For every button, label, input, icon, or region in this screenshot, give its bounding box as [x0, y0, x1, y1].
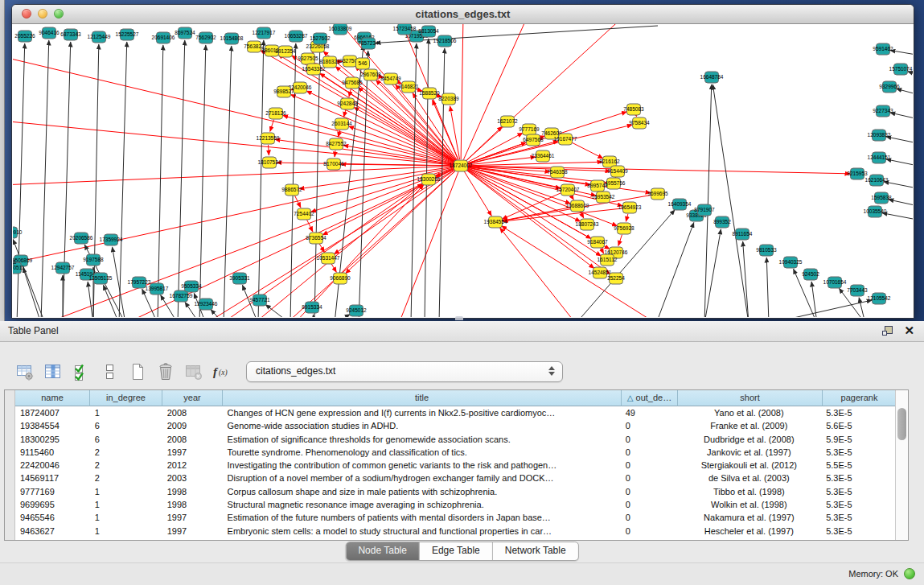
graph-node[interactable]: 10701654	[823, 277, 847, 288]
selected-node[interactable]: 18807243	[576, 219, 599, 230]
cell-out_de[interactable]: 49	[621, 406, 677, 419]
selected-node[interactable]: 9756928	[614, 223, 634, 234]
tab-edge-table[interactable]: Edge Table	[420, 542, 493, 560]
cell-year[interactable]: 1998	[162, 498, 223, 511]
graph-node[interactable]: 25260910	[13, 227, 23, 238]
table-row[interactable]: 977716911998Corpus callosum shape and si…	[15, 485, 895, 498]
cell-name[interactable]: 18300295	[15, 433, 90, 446]
graph-node[interactable]: 2055226	[14, 31, 35, 42]
cell-pagerank[interactable]: 5.3E-5	[821, 406, 895, 419]
selected-node[interactable]: 8736554	[306, 233, 326, 244]
table-row[interactable]: 1830029562008Estimation of significance …	[15, 433, 895, 446]
cell-name[interactable]: 9463627	[15, 525, 90, 538]
graph-node[interactable]: 6873343	[60, 29, 81, 40]
selected-node[interactable]: 8427552	[326, 138, 347, 150]
graph-node[interactable]: 1595838	[871, 192, 892, 204]
graph-node[interactable]: 9227343	[873, 105, 893, 117]
column-header-pagerank[interactable]: pagerank	[823, 390, 897, 406]
cell-in_degree[interactable]: 2	[90, 459, 162, 472]
cell-out_de[interactable]: 0	[621, 498, 677, 511]
graph-node[interactable]: 12093832	[868, 130, 891, 141]
selected-node[interactable]: 19384554	[484, 216, 507, 228]
selected-node[interactable]: 8220389	[438, 93, 459, 105]
graph-node[interactable]: 13505135	[89, 273, 113, 284]
cell-name[interactable]: 22420046	[15, 459, 90, 472]
graph-node[interactable]: 9245012	[346, 305, 367, 316]
cell-out_de[interactable]: 0	[621, 525, 677, 538]
graph-node[interactable]: 9810533	[756, 245, 777, 256]
scrollbar-thumb[interactable]	[897, 408, 906, 440]
cell-name[interactable]: 9465546	[15, 511, 90, 524]
table-row[interactable]: 969969511998Structural magnetic resonanc…	[15, 498, 895, 511]
graph-node[interactable]: 9457721	[249, 295, 270, 306]
cell-short[interactable]: Dudbridge et al. (2008)	[677, 433, 822, 446]
cell-pagerank[interactable]: 5.9E-5	[821, 433, 895, 446]
graph-node[interactable]: 15225527	[116, 29, 139, 40]
cell-short[interactable]: Franke et al. (2009)	[677, 419, 822, 432]
selected-node[interactable]: 7485083	[623, 104, 644, 115]
cell-year[interactable]: 2008	[162, 406, 223, 419]
graph-node[interactable]: 13995817	[146, 283, 169, 295]
cell-pagerank[interactable]: 5.3E-5	[821, 498, 895, 511]
selected-node[interactable]: 7546358	[547, 167, 568, 178]
selected-node[interactable]: 546	[356, 58, 370, 69]
graph-node[interactable]: 7857234	[358, 38, 379, 49]
clear-selection-icon[interactable]	[99, 361, 120, 382]
cell-year[interactable]: 1997	[162, 511, 223, 524]
selected-node[interactable]: 12213559	[257, 133, 280, 144]
table-scrollbar[interactable]	[895, 390, 908, 540]
table-selector-dropdown[interactable]: citations_edges.txt	[246, 361, 563, 382]
cell-out_de[interactable]: 0	[621, 446, 677, 459]
selected-node[interactable]: 16953542	[592, 192, 615, 203]
cell-year[interactable]: 2009	[162, 419, 223, 432]
selected-node[interactable]: 1588520	[419, 88, 440, 99]
cell-out_de[interactable]: 0	[621, 419, 677, 432]
selected-node[interactable]: 18300295	[417, 174, 441, 185]
selected-node[interactable]: 9475685	[342, 77, 363, 89]
column-header-out_de[interactable]: △out_de…	[622, 390, 678, 406]
graph-node[interactable]: 8791907	[694, 204, 715, 216]
graph-node[interactable]: 3905331	[229, 273, 250, 284]
graph-node[interactable]: 20206586	[70, 233, 93, 244]
window-titlebar[interactable]: citations_edges.txt	[12, 5, 914, 24]
graph-node[interactable]: 16409354	[668, 199, 692, 210]
cell-out_de[interactable]: 0	[621, 472, 677, 484]
graph-node[interactable]: 16648784	[700, 72, 724, 83]
graph-node[interactable]: 8813054	[418, 26, 439, 37]
cell-short[interactable]: Wolkin et al. (1998)	[677, 498, 822, 511]
cell-title[interactable]: Structural magnetic resonance image aver…	[223, 498, 621, 511]
cell-short[interactable]: Stergiakouli et al. (2012)	[677, 459, 822, 472]
selected-node[interactable]: 9758434	[629, 117, 650, 129]
selected-node[interactable]: 16543382	[302, 64, 326, 75]
cell-pagerank[interactable]: 5.3E-5	[821, 446, 895, 459]
selected-node[interactable]: 9898527	[273, 86, 294, 97]
delete-table-icon[interactable]	[183, 361, 204, 382]
column-visibility-icon[interactable]	[43, 361, 64, 382]
table-row[interactable]: 1456911722003Disruption of a novel membe…	[15, 472, 895, 484]
cell-year[interactable]: 2008	[162, 433, 223, 446]
cell-title[interactable]: Genome-wide association studies in ADHD.	[223, 419, 621, 432]
cell-name[interactable]: 9115460	[15, 446, 90, 459]
cell-year[interactable]: 2003	[162, 472, 223, 484]
graph-node[interactable]: 10154808	[220, 33, 244, 44]
cell-title[interactable]: Estimation of significance thresholds fo…	[223, 433, 621, 446]
cell-name[interactable]: 9699695	[15, 498, 90, 511]
cell-year[interactable]: 1997	[162, 446, 223, 459]
cell-short[interactable]: Tibbo et al. (1998)	[677, 485, 822, 498]
cell-out_de[interactable]: 0	[621, 433, 677, 446]
selected-node[interactable]: 252254	[607, 273, 625, 284]
graph-node[interactable]: 15751074	[889, 64, 913, 75]
cell-in_degree[interactable]: 6	[90, 433, 162, 446]
graph-canvas[interactable]: 1872400775638228860123891235423226058932…	[13, 24, 913, 317]
selected-node[interactable]: 8912354	[275, 46, 296, 57]
float-panel-icon[interactable]	[881, 325, 893, 336]
graph-node[interactable]: 12125449	[88, 31, 111, 43]
cell-title[interactable]: Investigating the contribution of common…	[223, 459, 621, 472]
table-row[interactable]: 946362711997Embryonic stem cells: a mode…	[15, 525, 895, 538]
column-header-name[interactable]: name	[15, 390, 90, 406]
cell-in_degree[interactable]: 2	[90, 472, 162, 484]
split-pane-grip[interactable]	[455, 316, 463, 320]
cell-out_de[interactable]: 0	[621, 459, 677, 472]
tab-node-table[interactable]: Node Table	[346, 542, 420, 560]
selected-node[interactable]: 8170046	[323, 159, 344, 170]
